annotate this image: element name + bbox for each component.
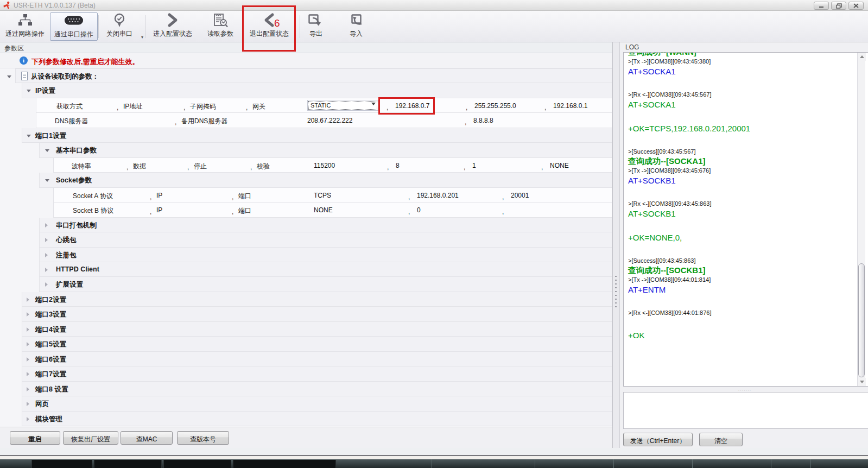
tree-node-IP设置[interactable]: IP设置 — [22, 83, 612, 98]
param-value[interactable]: 192.168.0.1 — [553, 102, 587, 110]
param-value[interactable]: NONE — [550, 162, 569, 169]
toolbar-separator — [145, 15, 145, 38]
log-entry-success: 查询成功--[SOCKB1] — [628, 265, 857, 275]
tree-node-端口5设置[interactable]: 端口5设置 — [22, 337, 612, 351]
log-output[interactable]: 查询成功--[WANN]>[Tx ->][COM38][09:43:45:380… — [623, 52, 868, 387]
toolbar-button-label: 通过串口操作 — [54, 30, 93, 39]
network-operation-button[interactable]: 通过网络操作 — [1, 12, 49, 41]
import-button[interactable]: 导入 — [342, 12, 370, 41]
tree-node-模块管理[interactable]: 模块管理 — [22, 412, 612, 426]
log-entry-result: +OK=TCPS,192.168.0.201,20001 — [628, 124, 857, 134]
tree-node-Socket参数[interactable]: Socket参数 — [39, 173, 612, 187]
collapse-arrow-icon[interactable] — [27, 387, 29, 391]
scrollbar-thumb[interactable] — [858, 263, 865, 377]
clear-button[interactable]: 清空 — [699, 433, 743, 446]
tree-node-端口3设置[interactable]: 端口3设置 — [22, 307, 612, 321]
restart-button[interactable]: 重启 — [10, 431, 60, 445]
close-serial-button[interactable]: 关闭串口 — [100, 12, 139, 41]
dropdown-caret-icon[interactable]: ▾ — [141, 35, 143, 40]
param-value[interactable]: 255.255.255.0 — [474, 102, 516, 110]
parameter-panel: 参数区 i 下列参数修改后,需重启才能生效。 从设备读取到的参数：IP设置获取方… — [0, 42, 613, 448]
tree-node-label: 端口1设置 — [35, 131, 66, 141]
tree-node-端口8 设置[interactable]: 端口8 设置 — [22, 382, 612, 396]
query-version-button[interactable]: 查版本号 — [177, 431, 229, 445]
minimize-button[interactable] — [814, 2, 829, 10]
restore-button[interactable] — [831, 2, 846, 10]
read-params-button[interactable]: 读取参数 — [200, 12, 241, 41]
collapse-arrow-icon[interactable] — [45, 253, 48, 257]
scroll-up-icon[interactable] — [858, 53, 866, 61]
collapse-arrow-icon[interactable] — [27, 342, 29, 346]
expand-arrow-icon[interactable] — [45, 149, 49, 152]
export-button[interactable]: 导出 — [302, 12, 330, 41]
tree-node-HTTPD Client[interactable]: HTTPD Client — [39, 262, 612, 277]
tree-node-从设备读取到的参数：[interactable]: 从设备读取到的参数： — [15, 68, 612, 83]
collapse-arrow-icon[interactable] — [27, 417, 29, 421]
separator-comma: , — [502, 208, 504, 216]
toolbar-button-label: 关闭串口 — [106, 29, 132, 39]
param-value[interactable]: 1 — [472, 162, 476, 169]
separator-comma: , — [175, 118, 176, 126]
log-entry-meta: >[Success][09:43:45:863] — [628, 257, 857, 264]
tree-node-端口6设置[interactable]: 端口6设置 — [22, 352, 612, 366]
param-label: 获取方式 — [56, 102, 83, 111]
param-combobox[interactable]: STATIC — [307, 100, 378, 111]
scroll-down-icon[interactable] — [858, 378, 866, 386]
collapse-arrow-icon[interactable] — [45, 223, 48, 227]
tree-node-串口打包机制[interactable]: 串口打包机制 — [39, 218, 612, 232]
serial-operation-button[interactable]: 通过串口操作 — [50, 12, 98, 41]
param-value[interactable]: 8 — [396, 162, 400, 169]
collapse-arrow-icon[interactable] — [27, 298, 29, 302]
log-panel-title: LOG — [620, 42, 868, 52]
panel-splitter[interactable] — [613, 42, 619, 448]
send-input[interactable] — [623, 392, 868, 429]
param-value[interactable]: 20001 — [511, 192, 529, 199]
log-input-splitter[interactable]: ....... — [734, 388, 756, 390]
warning-text: 下列参数修改后,需重启才能生效。 — [31, 57, 140, 67]
tree-node-label: 网页 — [35, 400, 49, 409]
tree-node-基本串口参数[interactable]: 基本串口参数 — [39, 143, 612, 157]
param-value[interactable]: 115200 — [314, 162, 335, 169]
collapse-arrow-icon[interactable] — [27, 312, 29, 317]
enter-config-button[interactable]: 进入配置状态 — [148, 12, 198, 41]
collapse-arrow-icon[interactable] — [45, 268, 48, 272]
tree-node-端口7设置[interactable]: 端口7设置 — [22, 366, 612, 381]
log-entry-success: 查询成功--[WANN] — [628, 52, 857, 57]
collapse-arrow-icon[interactable] — [27, 327, 29, 332]
tree-node-扩展设置[interactable]: 扩展设置 — [39, 277, 612, 292]
tree-node-端口4设置[interactable]: 端口4设置 — [22, 322, 612, 337]
factory-reset-button[interactable]: 恢复出厂设置 — [63, 431, 118, 445]
collapse-arrow-icon[interactable] — [27, 402, 29, 406]
collapse-arrow-icon[interactable] — [45, 238, 48, 242]
tree-node-label: 端口7设置 — [35, 370, 66, 379]
param-value[interactable]: 8.8.8.8 — [473, 117, 493, 124]
param-label: 子网掩码 — [190, 102, 216, 111]
collapse-arrow-icon[interactable] — [27, 357, 29, 362]
expand-arrow-icon[interactable] — [27, 135, 31, 137]
param-value[interactable]: 208.67.222.222 — [307, 117, 352, 124]
send-button[interactable]: 发送（Ctrl+Enter） — [623, 433, 693, 446]
separator-comma: , — [408, 208, 410, 216]
param-value[interactable]: 192.168.0.201 — [417, 192, 459, 199]
collapse-arrow-icon[interactable] — [45, 282, 48, 287]
param-label: IP地址 — [123, 102, 142, 111]
tree-node-网页[interactable]: 网页 — [22, 396, 612, 411]
query-mac-button[interactable]: 查MAC — [121, 431, 173, 445]
log-entry-meta: >[Tx ->][COM38][09:43:45:380] — [628, 58, 857, 65]
expand-arrow-icon[interactable] — [7, 75, 11, 78]
collapse-arrow-icon[interactable] — [27, 372, 29, 376]
tree-node-心跳包[interactable]: 心跳包 — [39, 232, 612, 247]
tree-node-端口1设置[interactable]: 端口1设置 — [22, 128, 612, 143]
param-row-serial-basic: 波特率,数据,停止,校验115200,8,1,NONE — [53, 158, 612, 173]
tree-node-label: IP设置 — [35, 86, 55, 96]
log-scrollbar[interactable] — [857, 53, 865, 386]
combobox-arrow-icon[interactable] — [371, 103, 376, 105]
tree-node-端口2设置[interactable]: 端口2设置 — [22, 292, 612, 307]
tree-node-注册包[interactable]: 注册包 — [39, 248, 612, 262]
param-value[interactable]: NONE — [314, 206, 333, 214]
expand-arrow-icon[interactable] — [27, 90, 31, 92]
close-button[interactable] — [848, 2, 864, 10]
param-value[interactable]: 0 — [417, 206, 421, 214]
param-value[interactable]: TCPS — [314, 192, 331, 199]
expand-arrow-icon[interactable] — [45, 179, 49, 182]
